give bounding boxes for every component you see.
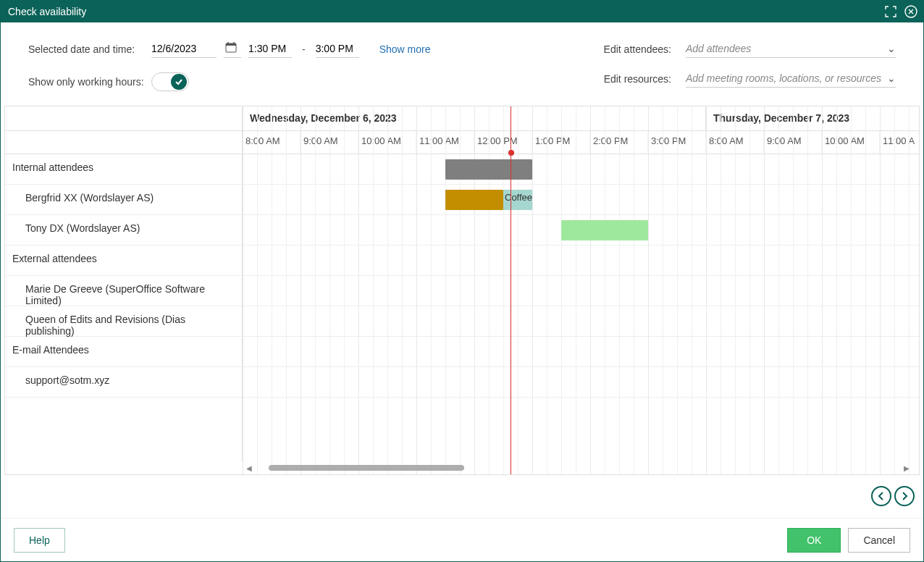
next-day-button[interactable]	[894, 486, 915, 506]
chevron-down-icon: ⌄	[887, 43, 896, 54]
resources-placeholder: Add meeting rooms, locations, or resourc…	[686, 72, 881, 84]
ok-button[interactable]: OK	[787, 528, 841, 553]
start-time-input[interactable]	[248, 40, 292, 58]
attendees-combo[interactable]: Add attendees ⌄	[686, 40, 896, 58]
window-title: Check availability	[8, 6, 86, 17]
expand-icon[interactable]	[883, 4, 899, 20]
attendees-placeholder: Add attendees	[686, 43, 751, 54]
controls-section: Selected date and time: - Show more Show…	[1, 22, 923, 98]
hour-cell: 11:00 A	[880, 131, 920, 154]
svg-rect-2	[226, 43, 236, 46]
toggle-knob-check-icon	[171, 74, 187, 90]
horizontal-scrollbar[interactable]: ◀ ▶	[244, 463, 912, 473]
working-hours-label: Show only working hours:	[28, 76, 144, 88]
time-separator: -	[299, 43, 308, 55]
attendee-row: Queen of Edits and Revisions (Dias publi…	[5, 306, 243, 336]
working-hours-toggle[interactable]	[151, 72, 189, 91]
selected-datetime-label: Selected date and time:	[28, 43, 144, 55]
scroll-thumb[interactable]	[269, 465, 464, 471]
day-header-1: Wednesday, December 6, 2023	[243, 106, 706, 130]
show-more-link[interactable]: Show more	[379, 43, 431, 55]
hour-cell: 10:00 AM	[822, 131, 880, 154]
current-time-marker-icon	[508, 150, 514, 156]
hour-cell: 11:00 AM	[416, 131, 474, 154]
selected-slot-block[interactable]	[561, 220, 648, 240]
edit-resources-label: Edit resources:	[584, 73, 671, 85]
close-icon[interactable]	[903, 4, 919, 20]
titlebar: Check availability	[1, 1, 923, 22]
end-time-input[interactable]	[316, 40, 359, 58]
edit-attendees-label: Edit attendees:	[584, 43, 671, 55]
attendee-row: Tony DX (Wordslayer AS)	[5, 215, 243, 245]
hour-cell: 2:00 PM	[590, 131, 648, 154]
hour-cell: 9:00 AM	[764, 131, 822, 154]
hour-cell: 9:00 AM	[301, 131, 358, 154]
hour-cell: 10:00 AM	[358, 131, 416, 154]
hour-cell: 12:00 PM	[474, 131, 532, 154]
group-email-attendees: E-mail Attendees	[5, 337, 243, 366]
cancel-button[interactable]: Cancel	[848, 528, 910, 553]
hour-cell: 1:00 PM	[532, 131, 590, 154]
attendee-row: Bergfrid XX (Wordslayer AS)	[5, 185, 243, 214]
busy-block	[445, 159, 532, 180]
hour-cell: 8:00 AM	[706, 131, 764, 154]
help-button[interactable]: Help	[14, 528, 65, 553]
current-time-line	[511, 106, 511, 474]
dialog-footer: Help OK Cancel	[1, 518, 923, 561]
busy-block	[445, 190, 503, 210]
prev-day-button[interactable]	[871, 486, 891, 506]
chevron-down-icon: ⌄	[887, 72, 896, 84]
resources-combo[interactable]: Add meeting rooms, locations, or resourc…	[686, 70, 896, 88]
hour-cell: 8:00 AM	[243, 131, 301, 154]
group-internal-attendees: Internal attendees	[5, 154, 243, 184]
busy-block-coffee: Coffee	[503, 190, 532, 210]
availability-grid: Wednesday, December 6, 2023 Thursday, De…	[4, 106, 920, 475]
attendee-row: support@sotm.xyz	[5, 367, 243, 397]
day-header-2: Thursday, December 7, 2023	[706, 106, 920, 130]
scroll-left-icon[interactable]: ◀	[244, 464, 254, 472]
attendee-row: Marie De Greeve (SuperOffice Software Li…	[5, 276, 243, 306]
scroll-right-icon[interactable]: ▶	[902, 464, 912, 472]
group-external-attendees: External attendees	[5, 246, 243, 275]
hour-cell: 3:00 PM	[648, 131, 706, 154]
date-input[interactable]	[151, 40, 217, 58]
calendar-icon[interactable]	[224, 40, 241, 58]
